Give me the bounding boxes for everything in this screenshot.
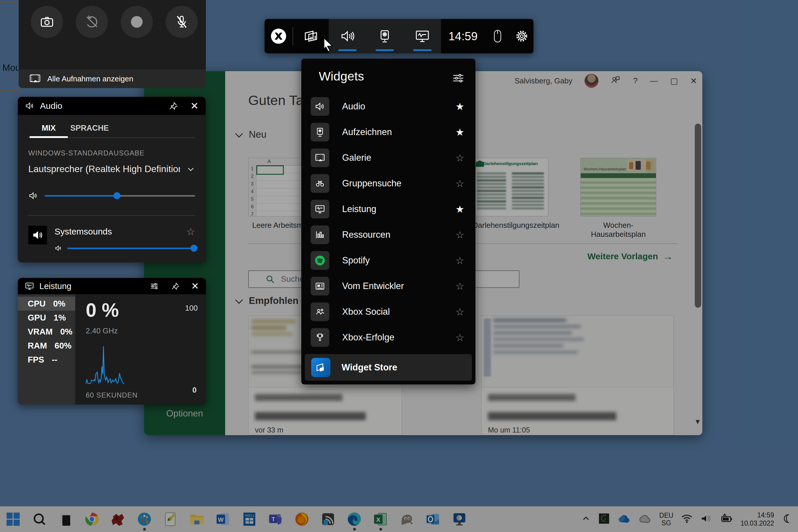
tab-sprache[interactable]: SPRACHE (69, 119, 110, 137)
performance-icon (415, 28, 430, 44)
menu-item-xbox-erfolge[interactable]: Xbox-Erfolge ☆ (301, 325, 475, 350)
widgets-icon (302, 28, 319, 45)
performance-widget-titlebar[interactable]: Leistung ✕ (18, 278, 206, 294)
menu-item-gruppensuche[interactable]: Gruppensuche ☆ (301, 171, 475, 196)
menu-item-audio[interactable]: Audio ★ (301, 94, 475, 119)
speaker-icon (55, 244, 62, 252)
menu-item-vom-entwickler[interactable]: Vom Entwickler ☆ (301, 273, 475, 299)
settings-button[interactable] (510, 19, 533, 53)
divider (28, 215, 195, 216)
stat-ram[interactable]: RAM60% (18, 339, 75, 353)
system-sounds-label: Systemsounds (55, 227, 112, 236)
performance-icon (25, 282, 34, 291)
show-all-captures-button[interactable]: Alle Aufnahmen anzeigen (19, 70, 206, 88)
favorite-star-icon[interactable]: ☆ (456, 229, 464, 241)
favorite-star-icon[interactable]: ☆ (456, 152, 464, 164)
chevron-down-icon (186, 165, 195, 173)
performance-widget-button[interactable] (403, 19, 441, 53)
xbox-home-button[interactable] (265, 19, 292, 53)
close-icon[interactable]: ✕ (190, 100, 199, 112)
gear-icon (515, 29, 529, 43)
cpu-clock: 2.40 GHz (86, 326, 118, 336)
stat-cpu[interactable]: CPU0% (18, 297, 75, 311)
favorite-star-icon[interactable]: ☆ (456, 280, 464, 292)
favorite-star-icon[interactable]: ☆ (186, 226, 195, 238)
widget-store-button[interactable]: Widget Store (305, 354, 472, 381)
active-underline (413, 49, 431, 51)
widgets-menu: Widgets Audio ★ Aufzeichnen ★ (301, 59, 475, 384)
webcam-icon (315, 127, 325, 137)
mouse-icon (492, 29, 504, 43)
widget-store-icon (311, 358, 330, 377)
newspaper-icon (315, 281, 325, 291)
capture-widget: Alle Aufnahmen anzeigen (19, 0, 206, 88)
favorite-star-icon[interactable]: ☆ (456, 178, 464, 189)
audio-tabs: MIX SPRACHE (28, 119, 195, 138)
webcam-icon (377, 29, 392, 43)
binoculars-icon (315, 178, 325, 189)
gamebar-toolbar: 14:59 (265, 19, 533, 53)
active-underline (338, 49, 356, 51)
output-section-label: WINDOWS-STANDARDAUSGABE (28, 149, 195, 157)
mouse-cursor (321, 37, 336, 53)
menu-options-sliders-icon[interactable] (452, 72, 465, 85)
menu-item-xbox-social[interactable]: Xbox Social ☆ (301, 299, 475, 325)
performance-widget: Leistung ✕ CPU0% GPU1% V (18, 278, 206, 404)
menu-item-leistung[interactable]: Leistung ★ (301, 196, 475, 222)
slider-knob[interactable] (113, 192, 120, 199)
speaker-icon (315, 101, 325, 112)
menu-item-galerie[interactable]: Galerie ☆ (301, 145, 475, 171)
stat-vram[interactable]: VRAM0% (18, 325, 75, 339)
record-button[interactable] (121, 6, 153, 38)
screenshot-button[interactable] (31, 6, 63, 38)
spotify-icon (314, 254, 326, 266)
favorite-star-icon[interactable]: ☆ (456, 306, 464, 318)
record-last-button[interactable] (76, 6, 108, 38)
mouse-settings-button[interactable] (485, 19, 510, 53)
record-last-icon (84, 14, 99, 30)
audio-widget-titlebar[interactable]: Audio ✕ (18, 97, 206, 115)
pin-icon[interactable] (171, 281, 179, 292)
speaker-icon (340, 28, 355, 44)
menu-item-spotify[interactable]: Spotify ☆ (301, 248, 475, 273)
audio-widget: Audio ✕ MIX SPRACHE WINDOWS-STANDARDAUSG… (18, 97, 206, 263)
favorite-star-icon[interactable]: ☆ (456, 254, 464, 266)
capture-widget-button[interactable] (366, 19, 403, 53)
speaker-icon (25, 101, 35, 111)
widgets-menu-title: Widgets (319, 69, 364, 83)
y-axis-max: 100 (185, 304, 198, 313)
performance-stats-list: CPU0% GPU1% VRAM0% RAM60% FPS-- (18, 294, 75, 404)
speaker-icon (28, 191, 38, 201)
master-volume-slider[interactable] (45, 195, 195, 196)
favorite-star-icon[interactable]: ★ (456, 101, 464, 112)
favorite-star-icon[interactable]: ☆ (456, 331, 464, 343)
active-underline (376, 49, 394, 51)
stat-fps[interactable]: FPS-- (18, 353, 75, 367)
system-sounds-volume-slider[interactable] (68, 248, 195, 249)
close-icon[interactable]: ✕ (191, 281, 199, 292)
favorite-star-icon[interactable]: ★ (456, 126, 464, 138)
pin-icon[interactable] (168, 101, 178, 111)
mic-toggle-button[interactable] (166, 6, 198, 38)
system-sounds-icon (28, 226, 47, 244)
bar-chart-icon (315, 230, 325, 240)
xbox-logo-icon (271, 28, 286, 44)
y-axis-min: 0 (192, 385, 196, 395)
mic-muted-icon (174, 14, 189, 30)
gallery-icon (29, 74, 41, 84)
favorite-star-icon[interactable]: ★ (456, 203, 464, 215)
menu-item-ressourcen[interactable]: Ressourcen ☆ (301, 222, 475, 248)
cpu-usage-value: 0 % (86, 299, 119, 321)
trophy-icon (315, 332, 325, 343)
options-sliders-icon[interactable] (150, 281, 159, 292)
people-icon (315, 306, 325, 317)
tab-mix[interactable]: MIX (28, 119, 69, 137)
screen: Mous Optionen Salvisberg, Gaby ? — ▢ ✕ G… (0, 0, 798, 532)
stat-gpu[interactable]: GPU1% (18, 311, 75, 325)
output-device-select[interactable]: Lautsprecher (Realtek High Definition A.… (28, 164, 195, 174)
x-axis-label: 60 SEKUNDEN (86, 391, 138, 399)
cpu-usage-graph (86, 346, 124, 385)
menu-item-aufzeichnen[interactable]: Aufzeichnen ★ (301, 119, 475, 145)
performance-icon (315, 204, 325, 214)
slider-knob[interactable] (190, 245, 197, 252)
